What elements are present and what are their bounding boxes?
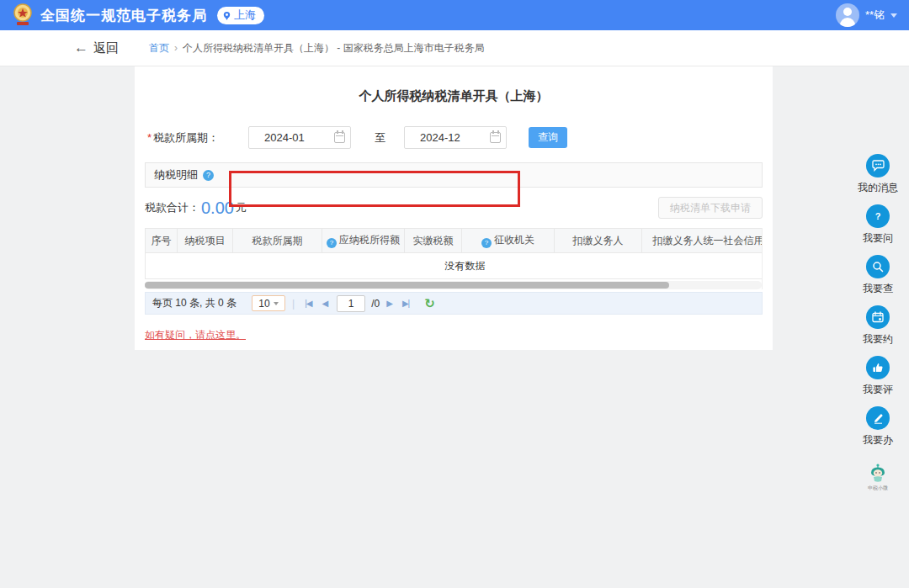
calendar-icon: [866, 305, 890, 329]
sidebar-item-label: 我要问: [863, 231, 893, 246]
period-label: *税款所属期：: [147, 130, 219, 146]
back-label: 返回: [93, 40, 119, 56]
search-icon: [866, 255, 890, 278]
breadcrumb-separator: ›: [174, 42, 178, 54]
detail-section-title: 纳税明细: [154, 167, 198, 183]
col-header-tax-paid: 实缴税额: [405, 229, 462, 253]
col-header-withholding-agent: 扣缴义务人: [555, 229, 642, 253]
pagination-bar: 每页 10 条, 共 0 条 10 | |◀ ◀ /0 ▶ ▶| ↻: [145, 292, 763, 315]
next-page-button[interactable]: ▶: [383, 299, 396, 308]
sidebar-item-label: 我要查: [863, 282, 893, 296]
breadcrumb-home-link[interactable]: 首页: [149, 41, 169, 56]
quick-action-sidebar: 我的消息 ? 我要问 我要查 我要约 我要评 我要办: [852, 154, 904, 492]
help-icon[interactable]: ?: [481, 238, 492, 248]
download-list-button[interactable]: 纳税清单下载申请: [658, 197, 763, 219]
question-icon: ?: [866, 204, 890, 228]
praise-icon: [866, 356, 890, 379]
help-icon[interactable]: ?: [327, 238, 337, 248]
empty-state-text: 没有数据: [146, 253, 763, 279]
period-start-input[interactable]: 2024-01: [248, 126, 351, 149]
total-row: 税款合计： 0.00 元 纳税清单下载申请: [145, 189, 763, 226]
to-label: 至: [375, 130, 385, 146]
query-button[interactable]: 查询: [529, 127, 567, 148]
app-title: 全国统一规范电子税务局: [40, 6, 207, 25]
message-icon: [866, 154, 890, 177]
sidebar-item-handle[interactable]: 我要办: [863, 406, 893, 448]
user-avatar: [836, 3, 859, 27]
table-header-row: 序号 纳税项目 税款所属期 ?应纳税所得额 实缴税额 ?征收机关 扣缴义务人 扣…: [146, 229, 763, 253]
period-end-input[interactable]: 2024-12: [404, 126, 507, 149]
breadcrumb-current: 个人所得税纳税清单开具（上海） - 国家税务总局上海市电子税务局: [183, 41, 485, 56]
pager-divider: |: [292, 298, 295, 310]
main-content-card: 个人所得税纳税清单开具（上海） *税款所属期： 2024-01 至 2024-1…: [135, 66, 773, 350]
back-arrow-icon: ←: [74, 40, 88, 56]
mascot-assistant[interactable]: 申税小微: [867, 462, 889, 492]
mascot-label: 申税小微: [868, 485, 888, 492]
prev-page-button[interactable]: ◀: [318, 299, 331, 308]
total-pages-label: /0: [371, 298, 380, 310]
chevron-down-icon: [890, 13, 897, 18]
total-unit: 元: [236, 200, 247, 215]
first-page-button[interactable]: |◀: [301, 299, 315, 308]
table-empty-row: 没有数据: [146, 253, 763, 279]
breadcrumb: 首页 › 个人所得税纳税清单开具（上海） - 国家税务总局上海市电子税务局: [149, 41, 485, 56]
sidebar-item-ask[interactable]: ? 我要问: [863, 204, 893, 246]
sidebar-item-search[interactable]: 我要查: [863, 255, 893, 296]
page-title: 个人所得税纳税清单开具（上海）: [135, 88, 773, 104]
required-mark: *: [147, 131, 152, 144]
sidebar-item-review[interactable]: 我要评: [863, 356, 893, 397]
location-pin-icon: [222, 11, 231, 20]
top-header-bar: 全国统一规范电子税务局 上海 **铭: [0, 0, 909, 30]
refresh-icon[interactable]: ↻: [424, 296, 435, 311]
edit-icon: [866, 406, 890, 430]
location-selector[interactable]: 上海: [217, 7, 264, 24]
page-size-value: 10: [258, 298, 269, 310]
pagination-summary: 每页 10 条, 共 0 条: [152, 296, 237, 310]
calendar-icon[interactable]: [490, 132, 501, 143]
query-form-row: *税款所属期： 2024-01 至 2024-12 查询: [135, 119, 773, 156]
total-label: 税款合计：: [145, 200, 199, 215]
sidebar-item-messages[interactable]: 我的消息: [858, 154, 898, 195]
page-size-select[interactable]: 10: [252, 295, 285, 311]
scrollbar-thumb[interactable]: [145, 282, 669, 289]
horizontal-scrollbar[interactable]: [145, 281, 762, 289]
detail-table: 序号 纳税项目 税款所属期 ?应纳税所得额 实缴税额 ?征收机关 扣缴义务人 扣…: [145, 228, 763, 289]
back-button[interactable]: ← 返回: [74, 40, 119, 56]
col-header-taxable-income: ?应纳税所得额: [322, 229, 405, 253]
total-value: 0.00: [201, 199, 234, 218]
col-header-tax-item: 纳税项目: [178, 229, 233, 253]
user-menu[interactable]: **铭: [836, 3, 897, 27]
calendar-icon[interactable]: [334, 132, 345, 143]
col-header-index: 序号: [146, 229, 178, 253]
help-icon[interactable]: ?: [203, 170, 214, 181]
sidebar-item-label: 我要办: [863, 433, 893, 448]
col-header-period: 税款所属期: [233, 229, 322, 253]
mascot-icon: [867, 462, 889, 484]
sidebar-item-label: 我的消息: [858, 181, 898, 195]
col-header-credit-code: 扣缴义务人统一社会信用码: [642, 229, 763, 253]
col-header-authority: ?征收机关: [462, 229, 555, 253]
last-page-button[interactable]: ▶|: [399, 299, 412, 308]
breadcrumb-bar: ← 返回 首页 › 个人所得税纳税清单开具（上海） - 国家税务总局上海市电子税…: [0, 30, 909, 66]
sidebar-item-appointment[interactable]: 我要约: [863, 305, 893, 347]
period-start-value: 2024-01: [264, 131, 334, 144]
location-label: 上海: [234, 8, 256, 23]
sidebar-item-label: 我要评: [863, 383, 893, 397]
question-help-link[interactable]: 如有疑问，请点这里。: [145, 328, 246, 342]
chevron-down-icon: [274, 302, 279, 305]
page-number-input[interactable]: [337, 295, 365, 312]
period-end-value: 2024-12: [420, 131, 490, 144]
detail-section-header: 纳税明细 ?: [145, 162, 763, 188]
svg-text:?: ?: [875, 211, 881, 221]
user-name: **铭: [865, 8, 885, 23]
tax-emblem-logo: [12, 3, 34, 27]
sidebar-item-label: 我要约: [863, 332, 893, 347]
